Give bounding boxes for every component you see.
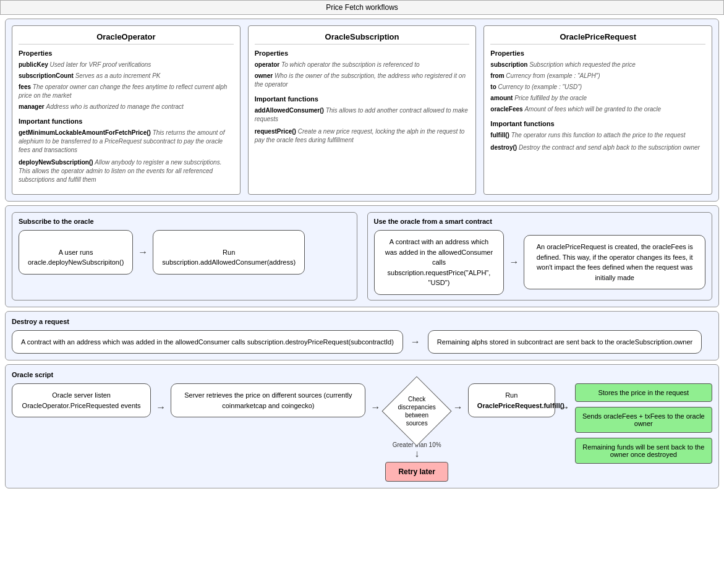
req-func-1: destroy() Destroy the contract and send … bbox=[490, 143, 705, 152]
oracle-arrow2: → bbox=[370, 402, 380, 413]
oracle-subscription-title: OracleSubscription bbox=[255, 32, 470, 45]
op-func-0: getMinimumLockableAmountForFetchPrice() … bbox=[19, 129, 234, 155]
sub-funcs-title: Important functions bbox=[255, 95, 470, 103]
oracle-script-section: Oracle script Oracle server listen Oracl… bbox=[5, 364, 719, 488]
use-step1-box: A contract with an address which was add… bbox=[374, 230, 505, 295]
op-prop-2: fees The operator owner can change the f… bbox=[19, 83, 234, 100]
use-arrow: → bbox=[509, 257, 519, 268]
req-func-0: fulfill() The operator runs this functio… bbox=[490, 131, 705, 140]
use-oracle-label: Use the oracle from a smart contract bbox=[374, 218, 706, 225]
down-arrow: ↓ bbox=[414, 448, 419, 459]
oracle-step4-text: Run OraclePriceRequest.fulfill() bbox=[477, 391, 564, 409]
subscribe-step1-box: A user runs oracle.deployNewSubscripiton… bbox=[19, 230, 133, 275]
oracle-price-request-box: OraclePriceRequest Properties subscripti… bbox=[483, 25, 712, 195]
subscribe-step2-box: Run subscription.addAllowedConsumer(addr… bbox=[153, 230, 305, 275]
page-title: Price Fetch workflows bbox=[0, 0, 724, 15]
oracle-right1-text: Stores the price in the request bbox=[598, 389, 689, 396]
oracle-price-request-title: OraclePriceRequest bbox=[490, 32, 705, 45]
req-prop-1: from Currency from (example : "ALPH") bbox=[490, 72, 705, 80]
classes-section: OracleOperator Properties publicKey Used… bbox=[5, 19, 719, 202]
sub-prop-1: owner Who is the owner of the subscripti… bbox=[255, 72, 470, 89]
oracle-right-col: Stores the price in the request Sends or… bbox=[575, 383, 712, 464]
sub-props-title: Properties bbox=[255, 49, 470, 57]
oracle-step2-text: Server retrieves the price on different … bbox=[184, 391, 352, 409]
op-prop-3: manager Address who is authorized to man… bbox=[19, 103, 234, 111]
destroy-label: Destroy a request bbox=[12, 318, 712, 325]
req-prop-4: oracleFees Amount of fees which will be … bbox=[490, 105, 705, 114]
req-funcs-title: Important functions bbox=[490, 120, 705, 127]
retry-text: Retry later bbox=[398, 467, 435, 476]
oracle-right3-text: Remaining funds will be sent back to the… bbox=[582, 443, 704, 458]
oracle-right-box3: Remaining funds will be sent back to the… bbox=[575, 438, 712, 464]
oracle-operator-title: OracleOperator bbox=[19, 32, 234, 45]
use-oracle-flow: A contract with an address which was add… bbox=[374, 230, 706, 295]
oracle-arrow3: → bbox=[453, 402, 463, 413]
oracle-step4-box: Run OraclePriceRequest.fulfill() bbox=[468, 383, 555, 417]
retry-box: Retry later bbox=[385, 462, 448, 482]
destroy-step1-text: A contract with an address which was add… bbox=[21, 338, 394, 346]
req-prop-3: amount Price fulfilled by the oracle bbox=[490, 94, 705, 103]
destroy-step2-box: Remaining alphs stored in subcontract ar… bbox=[428, 330, 702, 354]
oracle-operator-box: OracleOperator Properties publicKey Used… bbox=[12, 25, 241, 195]
op-prop-1: subscriptionCount Serves as a auto incre… bbox=[19, 72, 234, 80]
subscribe-step2-text: Run subscription.addAllowedConsumer(addr… bbox=[162, 249, 296, 266]
subscribe-step1-text: A user runs oracle.deployNewSubscripiton… bbox=[28, 249, 124, 266]
use-oracle-panel: Use the oracle from a smart contract A c… bbox=[367, 212, 713, 300]
oracle-diamond: Check discrepanciesbetween sources bbox=[389, 383, 445, 439]
subscribe-label: Subscribe to the oracle bbox=[19, 218, 351, 225]
oracle-subscription-box: OracleSubscription Properties operator T… bbox=[248, 25, 477, 195]
oracle-right-box2: Sends oracleFees + txFees to the oracle … bbox=[575, 407, 712, 433]
destroy-step1-box: A contract with an address which was add… bbox=[12, 330, 403, 354]
oracle-right2-text: Sends oracleFees + txFees to the oracle … bbox=[582, 412, 705, 427]
oracle-step1-text: Oracle server listen OracleOperator.Pric… bbox=[22, 391, 141, 409]
classes-row: OracleOperator Properties publicKey Used… bbox=[12, 25, 712, 195]
sub-func-0: addAllowedConsumer() This allows to add … bbox=[255, 106, 470, 124]
subscribe-use-section: Subscribe to the oracle A user runs orac… bbox=[5, 205, 719, 307]
destroy-flow: A contract with an address which was add… bbox=[12, 330, 712, 354]
oracle-diamond-text: Check discrepanciesbetween sources bbox=[389, 383, 445, 439]
op-funcs-title: Important functions bbox=[19, 117, 234, 125]
subscribe-arrow: → bbox=[138, 247, 148, 258]
destroy-section: Destroy a request A contract with an add… bbox=[5, 311, 719, 361]
destroy-step2-text: Remaining alphs stored in subcontract ar… bbox=[437, 338, 692, 346]
req-props-title: Properties bbox=[490, 49, 705, 57]
destroy-arrow: → bbox=[411, 336, 420, 347]
subscribe-panel: Subscribe to the oracle A user runs orac… bbox=[12, 212, 357, 300]
oracle-arrow1: → bbox=[156, 402, 166, 413]
op-prop-0: publicKey Used later for VRF proof verif… bbox=[19, 61, 234, 69]
use-step2-text: An oraclePriceRequest is created, the or… bbox=[537, 243, 693, 281]
oracle-step1-box: Oracle server listen OracleOperator.Pric… bbox=[12, 383, 151, 417]
oracle-right-box1: Stores the price in the request bbox=[575, 383, 712, 402]
sub-func-1: requestPrice() Create a new price reques… bbox=[255, 127, 470, 145]
use-step1-text: A contract with an address which was add… bbox=[385, 238, 493, 286]
subscribe-flow: A user runs oracle.deployNewSubscripiton… bbox=[19, 230, 351, 275]
oracle-arrow4: → bbox=[560, 402, 570, 413]
sub-prop-0: operator To which operator the subscript… bbox=[255, 61, 470, 69]
op-func-1: deployNewSubscription() Allow anybody to… bbox=[19, 158, 234, 184]
req-prop-2: to Currency to (example : "USD") bbox=[490, 83, 705, 92]
use-step2-box: An oraclePriceRequest is created, the or… bbox=[524, 235, 705, 289]
req-prop-0: subscription Subscription which requeste… bbox=[490, 61, 705, 69]
oracle-script-label: Oracle script bbox=[12, 371, 712, 378]
op-props-title: Properties bbox=[19, 49, 234, 57]
oracle-step2-box: Server retrieves the price on different … bbox=[171, 383, 365, 417]
